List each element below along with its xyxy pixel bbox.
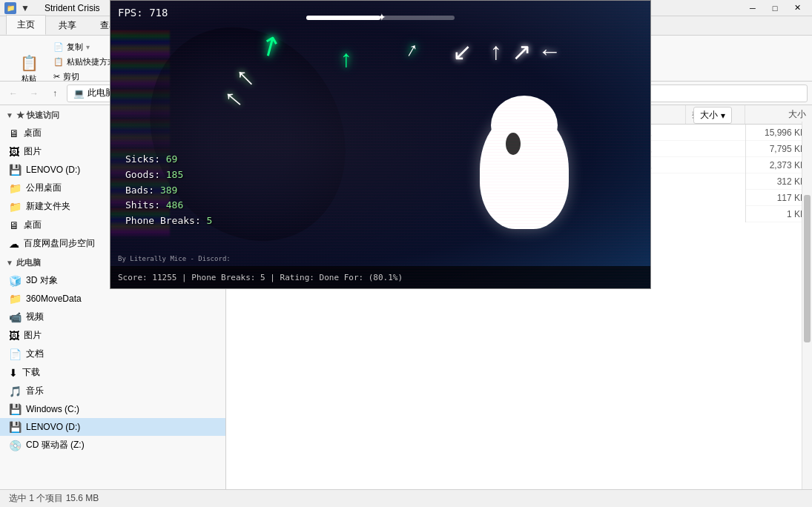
file-pane-scrollbar[interactable] <box>802 122 812 489</box>
sidebar-item-desktop2-label: 桌面 <box>24 219 42 231</box>
stat-phone-breaks: Phone Breaks: 5 <box>125 213 212 229</box>
sidebar-item-documents-label: 文档 <box>26 348 44 360</box>
close-button[interactable]: ✕ <box>787 1 808 15</box>
sidebar-item-3d-label: 3D 对象 <box>26 274 58 287</box>
sidebar-item-pictures2-label: 图片 <box>24 329 42 342</box>
status-text: 选中 1 个项目 15.6 MB <box>9 492 99 505</box>
window-icon: 📁 <box>4 2 16 14</box>
public-desktop-icon: 📁 <box>9 182 22 194</box>
maximize-button[interactable]: □ <box>765 1 785 15</box>
cd-icon: 💿 <box>9 440 22 451</box>
sidebar-item-desktop-label: 桌面 <box>24 127 42 139</box>
game-screenshot: ↗ ↑ ↑ ↑ ↑ ↙ ↑ ↗ ← FPS: 718 ✦ <box>110 0 651 289</box>
file-size-plugins <box>679 163 745 168</box>
progress-bar: ✦ <box>306 16 455 20</box>
tab-home[interactable]: 主页 <box>6 15 46 35</box>
music-icon: 🎵 <box>9 385 22 397</box>
sidebar-item-pictures2[interactable]: 🖼 图片 <box>0 326 225 345</box>
sidebar-item-lenovo-d2-label: LENOVO (D:) <box>26 422 80 432</box>
sidebar-item-music[interactable]: 🎵 音乐 <box>0 382 225 400</box>
path-icon: 💻 <box>73 88 85 99</box>
copy-path-icon: 📄 <box>53 42 64 52</box>
char-eye <box>506 133 521 155</box>
tab-share[interactable]: 共享 <box>47 16 88 35</box>
sidebar-item-cd[interactable]: 💿 CD 驱动器 (Z:) <box>0 436 225 454</box>
sidebar-item-baidu-label: 百度网盘同步空间 <box>24 237 95 250</box>
game-content: ↗ ↑ ↑ ↑ ↑ ↙ ↑ ↗ ← FPS: 718 ✦ <box>110 1 650 288</box>
stat-goods: Goods: 185 <box>125 168 212 183</box>
scrollbar-thumb <box>804 195 811 342</box>
sidebar-item-music-label: 音乐 <box>26 385 44 397</box>
character <box>458 96 591 244</box>
ribbon-group-paste: 📋 粘贴 📄 复制 ▾ 📋 粘贴快捷方式 ✂ 剪切 🔗 <box>6 39 127 79</box>
sidebar-item-video[interactable]: 📹 视频 <box>0 308 225 326</box>
sidebar-item-pictures-label: 图片 <box>24 145 42 158</box>
pictures2-icon: 🖼 <box>9 330 19 342</box>
minimize-button[interactable]: ─ <box>742 1 763 15</box>
stat-bads: Bads: 389 <box>125 183 212 199</box>
progress-bar-fill <box>306 16 380 20</box>
stat-shits: Shits: 486 <box>125 198 212 213</box>
size-dropdown[interactable]: 大小 ▾ <box>693 107 732 124</box>
sidebar-item-documents[interactable]: 📄 文档 <box>0 345 225 363</box>
fps-counter: FPS: 718 <box>118 7 168 19</box>
video-icon: 📹 <box>9 311 22 323</box>
back-button[interactable]: ← <box>4 84 22 102</box>
drive-c-icon: 💾 <box>9 403 22 415</box>
documents-icon: 📄 <box>9 348 22 360</box>
size-dropdown-label: 大小 <box>700 109 718 122</box>
view-options: 大小 ▾ <box>687 105 738 125</box>
new-folder-icon: 📁 <box>9 201 22 213</box>
quick-access-btn[interactable]: ▼ <box>21 3 30 13</box>
stat-sicks: Sicks: 69 <box>125 152 212 168</box>
arrow-tr2: ↑ <box>490 38 502 65</box>
cloud-icon: ☁ <box>9 238 19 250</box>
sidebar-item-video-label: 视频 <box>26 311 44 323</box>
watermark: By Literally Mice - Discord: <box>118 255 231 262</box>
drive-d-icon: 💾 <box>9 164 22 176</box>
desktop2-icon: 🖥 <box>9 219 19 231</box>
this-pc-expand-icon: ▼ <box>6 259 13 267</box>
expand-icon: ▼ <box>6 111 13 119</box>
scissors-icon: ✂ <box>53 72 60 82</box>
file-size-manifest <box>679 130 745 135</box>
downloads-icon: ⬇ <box>9 367 18 379</box>
this-pc-label: 此电脑 <box>16 257 41 268</box>
arrow-tr1: ↙ <box>452 38 472 66</box>
dropdown-arrow: ▾ <box>721 110 725 121</box>
sidebar-item-downloads-label: 下载 <box>22 366 40 379</box>
up-button[interactable]: ↑ <box>46 84 64 102</box>
360-icon: 📁 <box>9 293 22 305</box>
3d-icon: 🧊 <box>9 275 22 287</box>
game-bottom-bar: Score: 11255 | Phone Breaks: 5 | Rating:… <box>110 266 650 288</box>
paste-shortcut-icon: 📋 <box>53 57 64 67</box>
desktop-icon: 🖥 <box>9 127 19 139</box>
drive-d2-icon: 💾 <box>9 421 22 433</box>
sidebar-item-public-label: 公用桌面 <box>26 182 62 194</box>
progress-icon: ✦ <box>377 11 386 23</box>
sidebar-item-360[interactable]: 📁 360MoveData <box>0 290 225 308</box>
arrow-up1: ↑ <box>340 45 352 73</box>
forward-button[interactable]: → <box>25 84 43 102</box>
paste-icon: 📋 <box>20 54 39 72</box>
status-bar: 选中 1 个项目 15.6 MB <box>0 489 812 507</box>
sidebar-item-360-label: 360MoveData <box>26 294 82 304</box>
file-size-mods <box>679 147 745 151</box>
sidebar-item-cd-label: CD 驱动器 (Z:) <box>26 439 85 451</box>
arrow-tr3: ↗ <box>512 38 532 66</box>
char-body <box>480 110 569 229</box>
pictures-icon: 🖼 <box>9 146 19 158</box>
score-text: Score: 11255 | Phone Breaks: 5 | Rating:… <box>118 273 403 282</box>
sidebar-item-windows-c[interactable]: 💾 Windows (C:) <box>0 400 225 418</box>
sidebar-item-lenovo-label: LENOVO (D:) <box>26 165 80 175</box>
sidebar-item-downloads[interactable]: ⬇ 下载 <box>0 363 225 382</box>
arrow-tr4: ← <box>538 38 561 65</box>
quick-access-label: ★ 快速访问 <box>16 110 59 121</box>
sidebar-item-new-folder-label: 新建文件夹 <box>26 200 70 213</box>
sidebar-item-windows-c-label: Windows (C:) <box>26 404 79 414</box>
sidebar-item-lenovo-d2[interactable]: 💾 LENOVO (D:) <box>0 418 225 436</box>
window-controls: ─ □ ✕ <box>742 1 808 15</box>
game-stats: Sicks: 69 Goods: 185 Bads: 389 Shits: 48… <box>125 152 212 229</box>
